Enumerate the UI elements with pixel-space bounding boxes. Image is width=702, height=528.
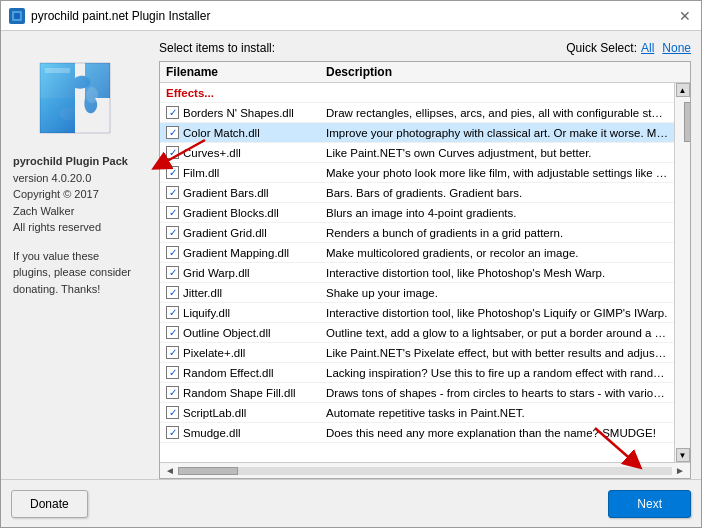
plugin-checkbox[interactable] xyxy=(166,266,179,279)
h-scroll-thumb[interactable] xyxy=(178,467,238,475)
horizontal-scrollbar[interactable]: ◄ ► xyxy=(160,462,690,478)
plugin-info: pyrochild Plugin Pack version 4.0.20.0 C… xyxy=(13,153,137,236)
plugin-checkbox[interactable] xyxy=(166,106,179,119)
next-button[interactable]: Next xyxy=(608,490,691,518)
plugin-checkbox[interactable] xyxy=(166,206,179,219)
table-row[interactable]: Film.dllMake your photo look more like f… xyxy=(160,163,674,183)
plugin-filename: Gradient Bars.dll xyxy=(183,187,269,199)
plugin-filename: Liquify.dll xyxy=(183,307,230,319)
table-row[interactable]: Gradient Mapping.dllMake multicolored gr… xyxy=(160,243,674,263)
quick-select: Quick Select: All None xyxy=(566,41,691,55)
table-row[interactable]: Color Match.dllImprove your photography … xyxy=(160,123,674,143)
table-row[interactable]: Jitter.dllShake up your image. xyxy=(160,283,674,303)
table-scroll-wrapper: Effects...Borders N' Shapes.dllDraw rect… xyxy=(160,83,690,462)
vertical-scrollbar[interactable]: ▲ ▼ xyxy=(674,83,690,462)
scroll-left-arrow[interactable]: ◄ xyxy=(162,465,178,476)
table-row[interactable]: Outline Object.dllOutline text, add a gl… xyxy=(160,323,674,343)
table-row[interactable]: Gradient Blocks.dllBlurs an image into 4… xyxy=(160,203,674,223)
plugin-description: Draws tons of shapes - from circles to h… xyxy=(326,387,668,399)
plugin-checkbox[interactable] xyxy=(166,126,179,139)
table-header: Filename Description xyxy=(160,62,690,83)
h-scroll-track[interactable] xyxy=(178,467,672,475)
plugin-filename: Pixelate+.dll xyxy=(183,347,245,359)
table-row[interactable]: Pixelate+.dllLike Paint.NET's Pixelate e… xyxy=(160,343,674,363)
plugin-description: Like Paint.NET's Pixelate effect, but wi… xyxy=(326,347,668,359)
table-body[interactable]: Effects...Borders N' Shapes.dllDraw rect… xyxy=(160,83,674,462)
plugin-checkbox[interactable] xyxy=(166,246,179,259)
plugin-filename: Smudge.dll xyxy=(183,427,241,439)
plugin-description: Blurs an image into 4-point gradients. xyxy=(326,207,668,219)
plugin-checkbox[interactable] xyxy=(166,186,179,199)
plugin-checkbox[interactable] xyxy=(166,426,179,439)
plugin-filename: Grid Warp.dll xyxy=(183,267,250,279)
plugin-logo xyxy=(20,43,130,153)
window-title: pyrochild paint.net Plugin Installer xyxy=(31,9,210,23)
scroll-up-arrow[interactable]: ▲ xyxy=(676,83,690,97)
plugin-version: version 4.0.20.0 xyxy=(13,170,137,187)
plugin-description: Improve your photography with classical … xyxy=(326,127,668,139)
col-filename: Filename xyxy=(166,65,326,79)
plugin-filename: Gradient Blocks.dll xyxy=(183,207,279,219)
table-row[interactable]: Random Effect.dllLacking inspiration? Us… xyxy=(160,363,674,383)
table-row[interactable]: Smudge.dllDoes this need any more explan… xyxy=(160,423,674,443)
scroll-right-arrow[interactable]: ► xyxy=(672,465,688,476)
plugin-filename: Effects... xyxy=(166,87,214,99)
quick-select-label: Quick Select: xyxy=(566,41,637,55)
plugin-name: pyrochild Plugin Pack xyxy=(13,153,137,170)
plugin-checkbox[interactable] xyxy=(166,386,179,399)
plugin-copyright: Copyright © 2017 xyxy=(13,186,137,203)
plugin-description: Automate repetitive tasks in Paint.NET. xyxy=(326,407,668,419)
plugin-description: Bars. Bars of gradients. Gradient bars. xyxy=(326,187,668,199)
select-header: Select items to install: Quick Select: A… xyxy=(159,41,691,55)
title-bar-left: pyrochild paint.net Plugin Installer xyxy=(9,8,210,24)
scroll-thumb[interactable] xyxy=(684,102,691,142)
plugin-description: Draw rectangles, ellipses, arcs, and pie… xyxy=(326,107,668,119)
table-row[interactable]: Random Shape Fill.dllDraws tons of shape… xyxy=(160,383,674,403)
plugin-checkbox[interactable] xyxy=(166,306,179,319)
plugin-filename: Gradient Mapping.dll xyxy=(183,247,289,259)
donate-button[interactable]: Donate xyxy=(11,490,88,518)
table-row[interactable]: ScriptLab.dllAutomate repetitive tasks i… xyxy=(160,403,674,423)
plugin-description: Outline text, add a glow to a lightsaber… xyxy=(326,327,668,339)
plugin-checkbox[interactable] xyxy=(166,226,179,239)
plugin-filename: Random Shape Fill.dll xyxy=(183,387,296,399)
plugin-checkbox[interactable] xyxy=(166,326,179,339)
plugin-checkbox[interactable] xyxy=(166,366,179,379)
quick-select-all[interactable]: All xyxy=(641,41,654,55)
plugin-table: Filename Description Effects...Borders N… xyxy=(159,61,691,479)
plugin-description: Make your photo look more like film, wit… xyxy=(326,167,668,179)
plugin-rights: All rights reserved xyxy=(13,219,137,236)
plugin-filename: ScriptLab.dll xyxy=(183,407,246,419)
select-label: Select items to install: xyxy=(159,41,275,55)
plugin-checkbox[interactable] xyxy=(166,346,179,359)
plugin-filename: Color Match.dll xyxy=(183,127,260,139)
plugin-description: Does this need any more explanation than… xyxy=(326,427,668,439)
title-bar: pyrochild paint.net Plugin Installer ✕ xyxy=(1,1,701,31)
plugin-checkbox[interactable] xyxy=(166,406,179,419)
quick-select-none[interactable]: None xyxy=(662,41,691,55)
scroll-down-arrow[interactable]: ▼ xyxy=(676,448,690,462)
plugin-filename: Film.dll xyxy=(183,167,219,179)
app-icon xyxy=(9,8,25,24)
table-row[interactable]: Gradient Bars.dllBars. Bars of gradients… xyxy=(160,183,674,203)
left-panel: pyrochild Plugin Pack version 4.0.20.0 C… xyxy=(1,31,149,479)
plugin-checkbox[interactable] xyxy=(166,286,179,299)
svg-point-2 xyxy=(86,87,98,103)
plugin-filename: Gradient Grid.dll xyxy=(183,227,267,239)
table-row[interactable]: Borders N' Shapes.dllDraw rectangles, el… xyxy=(160,103,674,123)
plugin-filename: Jitter.dll xyxy=(183,287,222,299)
plugin-filename: Borders N' Shapes.dll xyxy=(183,107,294,119)
plugin-description: Shake up your image. xyxy=(326,287,668,299)
plugin-checkbox[interactable] xyxy=(166,146,179,159)
plugin-filename: Curves+.dll xyxy=(183,147,241,159)
table-row[interactable]: Effects... xyxy=(160,83,674,103)
table-row[interactable]: Gradient Grid.dllRenders a bunch of grad… xyxy=(160,223,674,243)
plugin-description: Interactive distortion tool, like Photos… xyxy=(326,267,668,279)
table-row[interactable]: Grid Warp.dllInteractive distortion tool… xyxy=(160,263,674,283)
table-row[interactable]: Liquify.dllInteractive distortion tool, … xyxy=(160,303,674,323)
table-row[interactable]: Curves+.dllLike Paint.NET's own Curves a… xyxy=(160,143,674,163)
main-window: pyrochild paint.net Plugin Installer ✕ xyxy=(0,0,702,528)
close-button[interactable]: ✕ xyxy=(677,8,693,24)
plugin-author: Zach Walker xyxy=(13,203,137,220)
plugin-checkbox[interactable] xyxy=(166,166,179,179)
